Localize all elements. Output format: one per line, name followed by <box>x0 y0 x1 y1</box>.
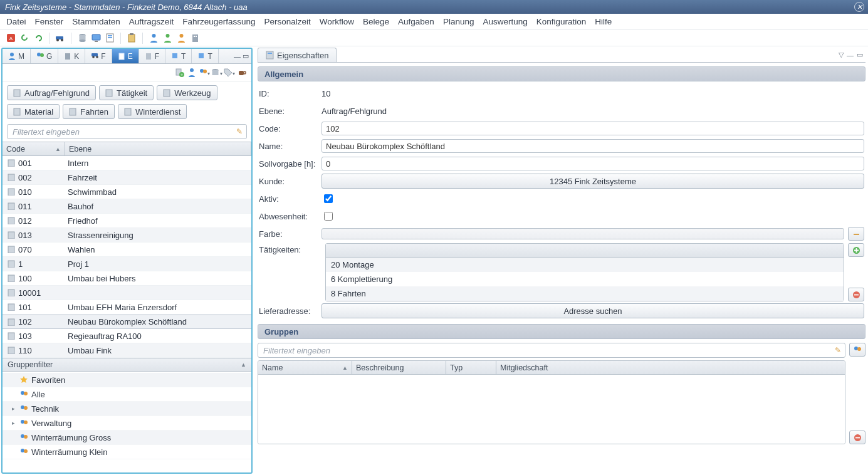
btn-material[interactable]: Material <box>7 104 60 119</box>
table-row[interactable]: 070Wahlen <box>3 243 251 257</box>
tree-node[interactable]: Winterräumung Gross <box>3 431 251 445</box>
pencil-icon[interactable]: ✎ <box>236 127 243 136</box>
quick-coffee-icon[interactable] <box>236 67 248 78</box>
table-row[interactable]: 012Friedhof <box>3 214 251 228</box>
taetigkeit-add-button[interactable] <box>848 243 864 257</box>
tab-maximize-icon[interactable]: ▭ <box>243 52 249 60</box>
tree-node[interactable]: ▸Verwaltung <box>3 416 251 431</box>
viewtab-g[interactable]: G <box>31 49 58 63</box>
menu-datei[interactable]: Datei <box>6 17 26 26</box>
tree-node[interactable]: Alle <box>3 387 251 402</box>
color-clear-button[interactable] <box>848 227 864 241</box>
col-typ[interactable]: Typ <box>446 361 496 374</box>
menu-personalzeit[interactable]: Personalzeit <box>264 17 310 26</box>
refresh-icon[interactable] <box>19 33 30 44</box>
menu-fahrzeugerfassung[interactable]: Fahrzeugerfassung <box>182 17 255 26</box>
viewtab-f1[interactable]: F <box>85 49 112 63</box>
menu-auftragszeit[interactable]: Auftragszeit <box>129 17 174 26</box>
btn-fahrten[interactable]: Fahrten <box>63 104 115 119</box>
table-row[interactable]: 002Fahrzeit <box>3 170 251 185</box>
window-close-button[interactable]: ✕ <box>854 2 864 12</box>
taetigkeit-remove-button[interactable] <box>848 288 864 301</box>
table-row[interactable]: 10001 <box>3 286 251 300</box>
quick-add-icon[interactable]: + <box>174 67 185 78</box>
menu-fenster[interactable]: Fenster <box>35 17 64 26</box>
btn-auftrag-fehlgrund[interactable]: Auftrag/Fehlgrund <box>7 85 96 100</box>
tree-node[interactable]: Winterräumung Klein <box>3 445 251 459</box>
person-blue-icon[interactable] <box>148 33 159 44</box>
gruppen-filter-input[interactable] <box>262 345 835 356</box>
input-code[interactable] <box>322 122 864 135</box>
db-icon[interactable] <box>76 33 88 44</box>
kunde-button[interactable]: 12345 Fink Zeitsysteme <box>322 174 864 189</box>
quick-db-icon[interactable] <box>211 67 222 78</box>
menu-konfiguration[interactable]: Konfiguration <box>536 17 587 26</box>
monitor-icon[interactable] <box>90 33 102 44</box>
adresse-suchen-button[interactable]: Adresse suchen <box>322 303 864 318</box>
menu-hilfe[interactable]: Hilfe <box>595 17 612 26</box>
viewtab-f2[interactable]: F <box>139 49 165 63</box>
filter-input[interactable] <box>11 127 236 137</box>
input-soll[interactable] <box>322 157 864 170</box>
table-row[interactable]: 102Neubau Bürokomplex Schöftland <box>3 315 251 329</box>
tree-node[interactable]: Favoriten <box>3 373 251 387</box>
col-mitgliedschaft[interactable]: Mitgliedschaft <box>496 361 845 374</box>
checkbox-aktiv[interactable] <box>324 194 333 203</box>
quick-tag-icon[interactable] <box>224 67 235 78</box>
tree-node[interactable]: ▸Technik <box>3 402 251 416</box>
pencil-icon[interactable]: ✎ <box>835 346 841 355</box>
gruppenfilter-header[interactable]: Gruppenfilter ▲ <box>3 358 251 372</box>
btn-winterdienst[interactable]: Winterdienst <box>118 104 187 119</box>
menu-aufgaben[interactable]: Aufgaben <box>398 17 434 26</box>
clipboard-icon[interactable] <box>126 33 137 44</box>
color-selector[interactable] <box>322 228 844 239</box>
col-beschreibung[interactable]: Beschreibung <box>352 361 446 374</box>
checkbox-abwesenheit[interactable] <box>324 212 333 221</box>
car-icon[interactable] <box>55 33 66 44</box>
list-item[interactable]: 6 Komplettierung <box>326 272 844 286</box>
viewtab-k[interactable]: K <box>58 49 85 63</box>
table-row[interactable]: 100Umbau bei Hubers <box>3 271 251 286</box>
menu-stammdaten[interactable]: Stammdaten <box>72 17 120 26</box>
tab-eigenschaften[interactable]: Eigenschaften <box>258 48 337 62</box>
btn-taetigkeit[interactable]: Tätigkeit <box>99 85 154 100</box>
table-row[interactable]: 010Schwimmbad <box>3 185 251 199</box>
refresh-back-icon[interactable] <box>33 33 44 44</box>
gruppen-add-button[interactable] <box>849 343 865 357</box>
list-item[interactable]: 8 Fahrten <box>326 286 844 301</box>
viewtab-t1[interactable]: T <box>165 49 192 63</box>
table-row[interactable]: 011Bauhof <box>3 199 251 214</box>
quick-person-icon[interactable] <box>186 67 197 78</box>
menu-workflow[interactable]: Workflow <box>320 17 354 26</box>
person-orange-icon[interactable] <box>175 33 187 44</box>
table-row[interactable]: 101Umbau EFH Maria Enzersdorf <box>3 300 251 315</box>
quick-group-icon[interactable] <box>199 67 210 78</box>
panel-minimize-icon[interactable]: — <box>847 51 854 59</box>
table-row[interactable]: 013Strassenreinigung <box>3 228 251 243</box>
table-row[interactable]: 103Regieauftrag RA100 <box>3 329 251 343</box>
tab-minimize-icon[interactable]: — <box>234 53 241 60</box>
table-row[interactable]: 1Proj 1 <box>3 257 251 271</box>
panel-maximize-icon[interactable]: ▭ <box>857 51 863 59</box>
menu-planung[interactable]: Planung <box>443 17 474 26</box>
menu-belege[interactable]: Belege <box>363 17 389 26</box>
menu-auswertung[interactable]: Auswertung <box>483 17 527 26</box>
viewtab-m[interactable]: M <box>3 49 31 63</box>
viewtab-t2[interactable]: T <box>192 49 218 63</box>
expander-icon[interactable]: ▸ <box>10 420 16 426</box>
col-name[interactable]: Name▲ <box>258 361 352 374</box>
panel-menu-icon[interactable]: ▽ <box>839 51 844 59</box>
input-name[interactable] <box>322 139 864 153</box>
list-item[interactable]: 20 Montage <box>326 258 844 272</box>
expander-icon[interactable]: ▸ <box>10 405 16 412</box>
viewtab-e-active[interactable]: E <box>112 49 139 63</box>
col-header-ebene[interactable]: Ebene <box>65 142 251 155</box>
pdf-icon[interactable]: A <box>5 33 16 44</box>
form-icon[interactable] <box>104 33 115 44</box>
gruppen-remove-button[interactable] <box>849 431 865 444</box>
person-green-icon[interactable] <box>162 33 173 44</box>
table-row[interactable]: 001Intern <box>3 156 251 170</box>
building-icon[interactable] <box>189 33 201 44</box>
table-row[interactable]: 110Umbau Fink <box>3 343 251 358</box>
btn-werkzeug[interactable]: Werkzeug <box>157 85 217 100</box>
